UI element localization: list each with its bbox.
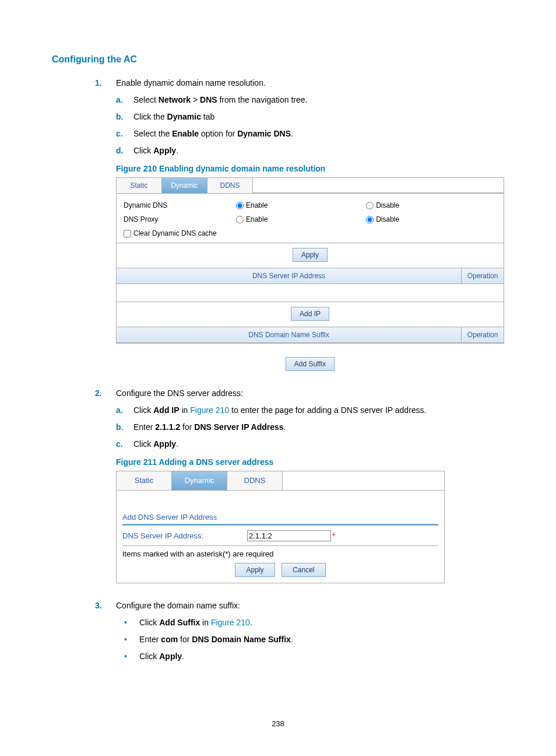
step-3: 3. Configure the domain name suffix: Cli… [52,600,504,663]
step-2b-mid: for [180,422,194,432]
row-dnsproxy-label: DNS Proxy [121,212,234,226]
step-1-marker: 1. [95,77,102,89]
dyndns-enable-label: Enable [246,201,268,209]
tab-ddns[interactable]: DDNS [207,178,253,193]
step-1b-post: tab [201,112,214,121]
tab-row: Static Dynamic DDNS [117,178,504,194]
step-2c-post: . [176,439,178,449]
step-2-marker: 2. [95,387,102,400]
group-label: Add DNS Server IP Address [122,512,438,523]
page-number: 238 [0,718,556,730]
step-3-bullet-3: Click Apply. [116,650,504,663]
step-2a-link[interactable]: Figure 210 [190,405,229,415]
step-2a-mid: in [180,405,191,415]
add-ip-button[interactable]: Add IP [291,307,329,321]
cancel-button-211[interactable]: Cancel [281,563,325,577]
step-2c-pre: Click [133,439,153,449]
step-2b-marker: b. [116,421,123,433]
step-1c-marker: c. [116,128,123,140]
ip-input[interactable] [247,530,331,541]
step-3b2-pre: Enter [139,635,161,644]
step-1d-pre: Click [133,146,153,155]
step-3b2-post: . [291,635,293,644]
tab-dynamic-211[interactable]: Dynamic [172,471,227,490]
step-2a-marker: a. [116,404,123,416]
tab-filler [253,178,504,193]
step-3b3-pre: Click [139,652,159,661]
dnsproxy-enable-label: Enable [246,215,268,223]
figure-211-panel: Static Dynamic DDNS Add DNS Server IP Ad… [116,471,445,583]
step-3b1-post: . [250,618,252,627]
step-3b1-link[interactable]: Figure 210 [211,618,250,627]
tab-ddns-211[interactable]: DDNS [227,471,283,490]
col-dns-ip: DNS Server IP Address [117,268,462,284]
step-2-text: Configure the DNS server address: [116,388,243,398]
apply-button-211[interactable]: Apply [235,563,275,577]
step-3-bullet-1: Click Add Suffix in Figure 210. [116,617,504,629]
step-1a-mid: > [191,95,200,104]
tab-dynamic[interactable]: Dynamic [162,178,207,193]
step-3-bullet-2: Enter com for DNS Domain Name Suffix. [116,634,504,646]
dnsproxy-enable-radio[interactable]: Enable [236,215,268,223]
step-1b-marker: b. [116,111,123,123]
step-1a-post: from the navigation tree. [217,95,308,104]
step-1c-b2: Dynamic DNS [237,129,291,138]
col-operation-2: Operation [462,327,504,342]
step-1d: d. Click Apply. [116,145,504,157]
step-1a: a. Select Network > DNS from the navigat… [116,94,504,106]
step-3b2-b2: DNS Domain Name Suffix [192,635,291,644]
step-2a: a. Click Add IP in Figure 210 to enter t… [116,404,504,416]
dyndns-disable-radio[interactable]: Disable [366,201,399,209]
step-2c-b1: Apply [153,439,176,449]
step-1c: c. Select the Enable option for Dynamic … [116,128,504,140]
tab-filler-211 [283,471,444,490]
dnsproxy-disable-radio[interactable]: Disable [366,215,399,223]
step-2a-b1: Add IP [153,405,179,415]
step-1a-marker: a. [116,94,123,106]
ip-field-label: DNS Server IP Address: [122,530,247,542]
figure-210-panel: Static Dynamic DDNS Dynamic DNS Enable D… [116,177,504,344]
step-1c-post: . [291,129,293,138]
tab-static[interactable]: Static [117,178,162,193]
step-3b3-b1: Apply [159,652,182,661]
dns-ip-grid-body [117,284,504,302]
step-2b-b1: 2.1.1.2 [155,422,180,432]
dyndns-disable-label: Disable [376,201,399,209]
step-2: 2. Configure the DNS server address: a. … [52,387,504,583]
step-2a-pre: Click [133,405,153,415]
step-1: 1. Enable dynamic domain name resolution… [52,77,504,371]
col-dns-suffix: DNS Domain Name Suffix [117,327,462,342]
step-1d-marker: d. [116,145,123,157]
step-3b1-mid: in [200,618,211,627]
step-2b-post: . [284,422,286,432]
step-2b-b2: DNS Server IP Address [194,422,283,432]
row-dynamic-dns-label: Dynamic DNS [121,198,234,212]
step-2b-pre: Enter [133,422,155,432]
clear-cache-label: Clear Dynamic DNS cache [133,229,217,237]
step-1a-b2: DNS [200,95,217,104]
tab-row-211: Static Dynamic DDNS [117,471,444,491]
step-1c-b1: Enable [172,129,199,138]
step-3b2-mid: for [178,635,192,644]
add-suffix-button[interactable]: Add Suffix [286,357,335,371]
apply-button-210[interactable]: Apply [293,248,328,262]
step-3b3-post: . [182,652,184,661]
step-1b-b1: Dynamic [167,112,201,121]
step-3-text: Configure the domain name suffix: [116,601,240,610]
step-3b1-pre: Click [139,618,159,627]
clear-cache-checkbox[interactable]: Clear Dynamic DNS cache [124,229,217,237]
step-1-text: Enable dynamic domain name resolution. [116,78,266,88]
step-3-marker: 3. [95,600,102,612]
col-operation-1: Operation [462,268,504,284]
figure-211-caption: Figure 211 Adding a DNS server address [116,456,504,468]
step-2c-marker: c. [116,438,123,450]
step-1d-b1: Apply [153,146,176,155]
required-mark: * [332,530,335,542]
section-title: Configuring the AC [52,52,504,66]
step-3b1-b1: Add Suffix [159,618,200,627]
step-1a-b1: Network [159,95,191,104]
dyndns-enable-radio[interactable]: Enable [236,201,268,209]
tab-static-211[interactable]: Static [117,471,172,490]
step-3b2-b1: com [161,635,178,644]
step-2c: c. Click Apply. [116,438,504,450]
